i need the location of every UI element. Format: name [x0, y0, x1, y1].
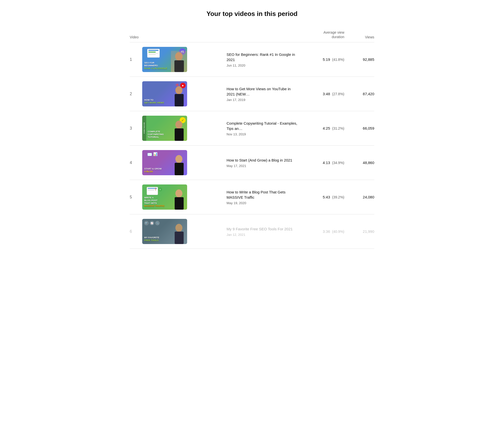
video-title: How to Write a Blog Post That Gets MASSI…	[227, 189, 299, 200]
video-info: My 9 Favorite Free SEO Tools For 2021 Ja…	[222, 226, 299, 237]
video-thumbnail[interactable]: ▶ 👁 HOW TO GET MORE VIEWS	[142, 81, 187, 106]
video-thumbnail[interactable]: ↑ + WRITE A BLOG POST THAT GETS MASSIVE …	[142, 184, 187, 210]
video-info: How to Write a Blog Post That Gets MASSI…	[222, 189, 299, 205]
table-row[interactable]: 1 #1	[130, 42, 374, 77]
video-info: SEO for Beginners: Rank #1 In Google in …	[222, 52, 299, 67]
video-thumbnail[interactable]: ✉️ 📊 START & GROW A BLOG	[142, 150, 187, 175]
video-date: Jun 11, 2020	[227, 64, 299, 67]
video-avg-pct: (31.2%)	[332, 126, 344, 130]
video-views: 87,420	[344, 92, 374, 96]
video-views: 92,885	[344, 57, 374, 62]
video-info: How to Get More Views on YouTube in 2021…	[222, 86, 299, 102]
video-title: How to Get More Views on YouTube in 2021…	[227, 86, 299, 97]
video-rank: 5	[130, 195, 142, 199]
video-rank: 6	[130, 229, 142, 234]
video-avg-pct: (40.9%)	[332, 230, 344, 234]
video-date: Jan 17, 2019	[227, 98, 299, 102]
svg-point-4	[175, 121, 182, 129]
col-header-video: Video	[130, 35, 222, 39]
video-avg-duration: 4:25 (31.2%)	[299, 126, 344, 130]
table-row[interactable]: 5 ↑ + W	[130, 180, 374, 214]
video-date: May 19, 2020	[227, 201, 299, 205]
video-avg-pct: (27.8%)	[332, 92, 344, 96]
video-date: Nov 13, 2019	[227, 132, 299, 136]
video-rank: 2	[130, 92, 142, 96]
video-title: My 9 Favorite Free SEO Tools For 2021	[227, 226, 299, 232]
svg-point-10	[175, 224, 182, 232]
col-header-avg: Average viewduration	[299, 30, 344, 39]
table-header: Video Average viewduration Views	[130, 30, 374, 42]
video-thumbnail[interactable]: 🔍 📈 🔧 MY FAVORITE FREE TOOLS	[142, 219, 187, 244]
svg-point-2	[175, 86, 182, 94]
video-list: 1 #1	[130, 42, 374, 249]
video-views: 24,080	[344, 195, 374, 199]
video-views: 66,059	[344, 126, 374, 130]
col-header-views: Views	[344, 35, 374, 39]
video-title: How to Start (And Grow) a Blog in 2021	[227, 158, 299, 163]
video-views: 21,990	[344, 229, 374, 234]
video-views: 48,860	[344, 161, 374, 165]
video-date: May 17, 2021	[227, 164, 299, 168]
video-avg-pct: (41.8%)	[332, 58, 344, 62]
video-avg-duration: 5:19 (41.8%)	[299, 57, 344, 62]
table-row[interactable]: 2 ▶ 👁 HOW TO GET MORE VIEWS	[130, 77, 374, 111]
video-avg-duration: 5:43 (39.2%)	[299, 195, 344, 199]
video-title: Complete Copywriting Tutorial - Examples…	[227, 121, 299, 131]
video-title: SEO for Beginners: Rank #1 In Google in …	[227, 52, 299, 62]
table-row[interactable]: 6 🔍 📈 🔧 MY FAVORITE	[130, 214, 374, 249]
svg-point-6	[175, 155, 182, 163]
video-avg-duration: 4:13 (34.9%)	[299, 161, 344, 165]
video-info: Complete Copywriting Tutorial - Examples…	[222, 121, 299, 136]
video-avg-duration: 3:48 (27.8%)	[299, 92, 344, 96]
video-rank: 3	[130, 126, 142, 131]
page-title: Your top videos in this period	[130, 10, 374, 18]
video-info: How to Start (And Grow) a Blog in 2021 M…	[222, 158, 299, 168]
video-avg-pct: (39.2%)	[332, 195, 344, 199]
video-thumbnail[interactable]: BACKLINKO ✓ COMPLETE COPYWRITING TUTORIA…	[142, 116, 187, 141]
video-avg-duration: 3:36 (40.9%)	[299, 229, 344, 234]
video-rank: 4	[130, 161, 142, 165]
video-rank: 1	[130, 57, 142, 62]
table-row[interactable]: 4 ✉️ 📊 START & GROW A BLOG	[130, 146, 374, 180]
table-row[interactable]: 3 BACKLINKO ✓ COMPLETE COP	[130, 111, 374, 146]
svg-point-0	[175, 52, 183, 61]
video-date: Jan 12, 2021	[227, 233, 299, 237]
video-avg-pct: (34.9%)	[332, 161, 344, 165]
video-thumbnail[interactable]: #1 SEO FOR BEGINNERS: RANK #1 IN GOOGLE	[142, 47, 187, 72]
